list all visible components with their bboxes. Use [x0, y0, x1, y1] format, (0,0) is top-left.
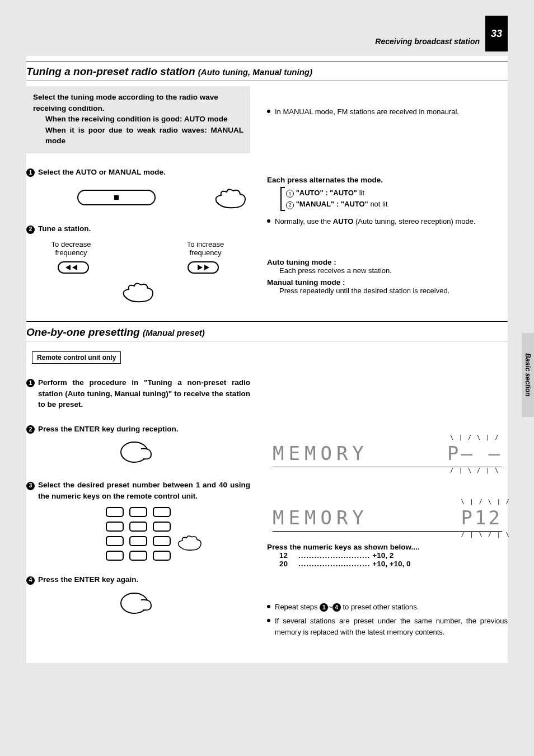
- keypad-illustration: [99, 507, 177, 561]
- intro-line: When it is poor due to weak radio waves:…: [33, 125, 243, 147]
- numkey-val: +10, 2: [372, 551, 394, 560]
- mode-item: 2 "MANUAL" : "AUTO" not lit: [286, 199, 508, 210]
- text-bold: AUTO: [333, 217, 354, 226]
- left-column: Select the tuning mode according to the …: [26, 86, 250, 306]
- intro-line: Select the tuning mode according to the …: [33, 92, 243, 114]
- hand-icon: [174, 533, 205, 552]
- numkey-val: +10, +10, 0: [372, 560, 410, 568]
- bullet-icon: [267, 110, 270, 113]
- mode-title: Auto tuning mode :: [267, 258, 508, 266]
- step-number-icon: 2: [26, 425, 35, 434]
- numkey-example: 12 ........................... +10, 2: [279, 551, 508, 560]
- hand-icon: [119, 591, 158, 616]
- step-number-icon: 2: [26, 226, 35, 234]
- bullet-text: If several stations are preset under the…: [275, 616, 508, 637]
- lcd-text: MEMORY: [273, 442, 368, 464]
- circled-number-icon: 2: [286, 201, 294, 209]
- header-section-label: Receiving broadcast station: [375, 37, 480, 46]
- step-number-icon: 4: [26, 576, 35, 585]
- key-icon: [129, 507, 147, 517]
- section-title-1-sub: (Auto tuning, Manual tuning): [198, 67, 312, 77]
- step-4b: 4 Press the ENTER key again.: [26, 574, 250, 585]
- key-icon: [106, 536, 124, 546]
- hand-icon: [119, 440, 158, 464]
- forward-button-icon: [188, 261, 219, 274]
- mode-list: 1 "AUTO" : "AUTO" lit 2 "MANUAL" : "AUTO…: [280, 187, 508, 210]
- step-text: Perform the procedure in "Tuning a non-p…: [38, 377, 250, 410]
- mode-state: lit: [359, 189, 364, 197]
- key-icon: [106, 522, 124, 532]
- side-tab: Basic section: [522, 333, 534, 417]
- step-number-icon: 1: [320, 603, 328, 612]
- hand-icon: [211, 185, 250, 210]
- mode-state: not lit: [370, 200, 387, 208]
- mode-label: "AUTO" : "AUTO": [296, 189, 357, 197]
- divider: [26, 321, 508, 322]
- step-number-icon: 1: [26, 379, 35, 387]
- freq-labels: To decrease frequency To increase freque…: [38, 240, 239, 257]
- sub-heading: Each press alternates the mode.: [267, 176, 508, 184]
- divider: [26, 80, 508, 81]
- key-icon: [129, 551, 147, 561]
- left-column-2: Remote control unit only 1 Perform the p…: [26, 347, 250, 641]
- step-2b: 2 Press the ENTER key during reception.: [26, 424, 250, 435]
- hand-icon: [119, 279, 158, 304]
- section-title-2-sub: (Manual preset): [143, 328, 205, 337]
- right-column-2: MEMORY P– – MEMORY P12 Press the numeric…: [261, 347, 508, 641]
- mode-item: 1 "AUTO" : "AUTO" lit: [286, 187, 508, 199]
- text: ~: [328, 603, 332, 611]
- step-text: Tune a station.: [38, 223, 250, 234]
- bullet-item: In MANUAL mode, FM stations are received…: [267, 106, 508, 118]
- lcd-display-2: MEMORY P12: [273, 506, 502, 532]
- key-icon: [153, 536, 171, 546]
- key-icon: [153, 522, 171, 532]
- numkey-example: 20 ........................... +10, +10,…: [279, 560, 508, 568]
- section-title-2: One-by-one presetting (Manual preset): [26, 326, 508, 341]
- step-number-icon: 3: [26, 482, 35, 490]
- step-1: 1 Select the AUTO or MANUAL mode.: [26, 167, 250, 178]
- bullet-icon: [267, 619, 270, 622]
- lcd-display-1: MEMORY P– –: [273, 442, 502, 467]
- text: Repeat steps: [275, 603, 320, 611]
- numkey-key: 12: [279, 551, 296, 560]
- numkeys-heading: Press the numeric keys as shown below...…: [267, 543, 508, 551]
- step-number-icon: 1: [26, 168, 35, 177]
- text: Normally, use the: [275, 217, 333, 226]
- page-number: 33: [485, 16, 508, 51]
- bullet-icon: [267, 219, 270, 223]
- bullet-text: Normally, use the AUTO (Auto tuning, ste…: [275, 216, 476, 227]
- manual-tuning-block: Manual tuning mode : Press repeatedly un…: [267, 278, 508, 295]
- lcd-preset-blink: P– –: [447, 442, 502, 464]
- bullet-icon: [267, 605, 270, 608]
- mode-desc: Press repeatedly until the desired stati…: [279, 287, 508, 295]
- step-text: Press the ENTER key during reception.: [38, 424, 250, 435]
- rewind-button-icon: [58, 261, 89, 274]
- right-column: In MANUAL mode, FM stations are received…: [261, 86, 508, 306]
- bullet-item: Repeat steps 1~4 to preset other station…: [267, 602, 508, 613]
- numkey-key: 20: [279, 560, 296, 568]
- tune-buttons-illustration: [58, 261, 219, 274]
- key-icon: [153, 551, 171, 561]
- divider: [26, 341, 508, 341]
- text: (Auto tuning, stereo reception) mode.: [353, 217, 475, 226]
- key-icon: [106, 551, 124, 561]
- circled-number-icon: 1: [286, 190, 294, 198]
- mode-desc: Each press receives a new station.: [279, 266, 508, 275]
- step-text: Press the ENTER key again.: [38, 574, 250, 585]
- section-title-1: Tuning a non-preset radio station (Auto …: [26, 65, 508, 80]
- leader-dots: ...........................: [296, 551, 372, 560]
- bullet-item: Normally, use the AUTO (Auto tuning, ste…: [267, 216, 508, 227]
- key-icon: [129, 522, 147, 532]
- stop-button-illustration: [26, 185, 250, 210]
- step-text: Select the desired preset number between…: [38, 480, 250, 501]
- bullet-item: If several stations are preset under the…: [267, 616, 508, 637]
- stop-button-icon: [77, 190, 156, 205]
- step-number-icon: 4: [332, 603, 341, 612]
- key-icon: [153, 507, 171, 517]
- intro-line: When the receiving condition is good: AU…: [33, 114, 243, 125]
- step-3b: 3 Select the desired preset number betwe…: [26, 480, 250, 501]
- lcd-text: MEMORY: [273, 506, 368, 529]
- intro-box: Select the tuning mode according to the …: [26, 86, 250, 153]
- side-tab-label: Basic section: [524, 353, 532, 396]
- page-content: Tuning a non-preset radio station (Auto …: [26, 56, 508, 663]
